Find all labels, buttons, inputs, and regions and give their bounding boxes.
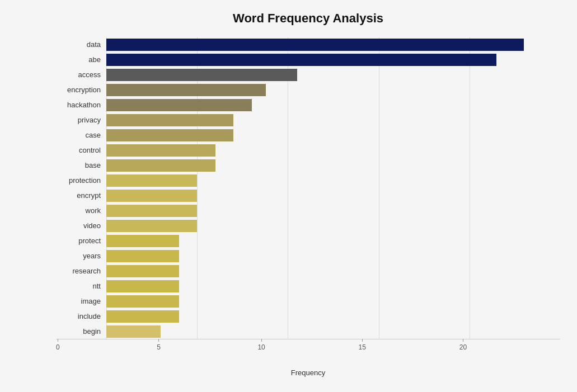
bar-track — [106, 84, 560, 96]
bar-fill — [106, 39, 524, 51]
bar-label: years — [56, 252, 106, 260]
bar-label: encryption — [56, 86, 106, 94]
bar-label: encrypt — [56, 191, 106, 200]
bar-row: begin — [56, 325, 560, 338]
bar-track — [106, 325, 560, 338]
x-tick: 10 — [257, 339, 265, 351]
bar-fill — [106, 190, 197, 202]
bar-track — [106, 205, 560, 217]
bar-track — [106, 99, 560, 111]
tick-label: 5 — [157, 343, 161, 351]
bar-row: encrypt — [56, 190, 560, 202]
bar-label: begin — [56, 327, 106, 336]
bar-track — [106, 295, 560, 308]
bar-fill — [106, 280, 179, 292]
chart-title: Word Frequency Analysis — [56, 11, 560, 26]
bar-label: privacy — [56, 116, 106, 124]
tick-label: 0 — [56, 343, 60, 351]
bar-track — [106, 159, 560, 172]
bar-label: ntt — [56, 282, 106, 290]
bar-track — [106, 310, 560, 323]
bar-label: image — [56, 297, 106, 305]
tick-line — [362, 339, 363, 342]
x-tick: 20 — [459, 339, 467, 351]
bar-track — [106, 114, 560, 126]
bar-fill — [106, 144, 215, 157]
chart-container: Word Frequency Analysis dataabeaccessenc… — [0, 0, 577, 392]
bar-row: privacy — [56, 114, 560, 126]
tick-label: 15 — [359, 343, 366, 351]
bar-track — [106, 265, 560, 277]
bar-label: abe — [56, 55, 106, 64]
bar-label: research — [56, 267, 106, 275]
tick-line — [463, 339, 463, 342]
bar-row: protect — [56, 235, 560, 247]
bar-label: base — [56, 161, 106, 169]
bar-row: case — [56, 129, 560, 141]
bar-fill — [106, 250, 179, 262]
bar-fill — [106, 69, 297, 81]
tick-label: 10 — [257, 343, 265, 351]
bar-track — [106, 250, 560, 262]
bar-fill — [106, 99, 252, 111]
bar-row: image — [56, 295, 560, 308]
bar-row: base — [56, 159, 560, 172]
bar-fill — [106, 310, 179, 323]
bar-row: video — [56, 220, 560, 232]
bar-row: protection — [56, 174, 560, 187]
bar-track — [106, 220, 560, 232]
x-tick: 15 — [359, 339, 366, 351]
bar-fill — [106, 159, 215, 172]
bar-label: hackathon — [56, 101, 106, 109]
bar-fill — [106, 205, 197, 217]
x-axis: 05101520 Frequency — [56, 339, 560, 361]
x-tick: 5 — [157, 339, 161, 351]
bar-label: control — [56, 146, 106, 154]
tick-line — [261, 339, 262, 342]
bar-track — [106, 54, 560, 66]
bar-track — [106, 69, 560, 81]
bars-wrapper: dataabeaccessencryptionhackathonprivacyc… — [56, 37, 560, 339]
bar-fill — [106, 84, 266, 96]
bar-row: access — [56, 69, 560, 81]
bar-fill — [106, 129, 233, 141]
bar-row: research — [56, 265, 560, 277]
bar-fill — [106, 114, 233, 126]
x-axis-title: Frequency — [56, 369, 560, 377]
chart-area: dataabeaccessencryptionhackathonprivacyc… — [56, 37, 560, 361]
bar-label: protect — [56, 237, 106, 245]
bar-label: access — [56, 70, 106, 79]
bar-label: case — [56, 131, 106, 139]
bar-fill — [106, 265, 179, 277]
bar-track — [106, 190, 560, 202]
bar-row: control — [56, 144, 560, 157]
bar-row: abe — [56, 54, 560, 66]
bar-label: video — [56, 221, 106, 230]
bar-label: include — [56, 312, 106, 320]
bar-row: data — [56, 39, 560, 51]
tick-label: 20 — [459, 343, 467, 351]
x-ticks-container: 05101520 — [56, 339, 560, 361]
bar-label: work — [56, 206, 106, 215]
bar-track — [106, 129, 560, 141]
bar-track — [106, 174, 560, 187]
bar-row: encryption — [56, 84, 560, 96]
bar-fill — [106, 325, 161, 338]
bar-fill — [106, 295, 179, 308]
tick-line — [58, 339, 58, 342]
bar-row: hackathon — [56, 99, 560, 111]
bar-fill — [106, 174, 197, 187]
bar-track — [106, 39, 560, 51]
bar-label: protection — [56, 176, 106, 185]
bar-row: work — [56, 205, 560, 217]
bar-fill — [106, 54, 496, 66]
bar-row: include — [56, 310, 560, 323]
bar-row: ntt — [56, 280, 560, 292]
tick-line — [158, 339, 159, 342]
bar-track — [106, 144, 560, 157]
bar-label: data — [56, 40, 106, 49]
bar-track — [106, 235, 560, 247]
bar-row: years — [56, 250, 560, 262]
bar-fill — [106, 235, 179, 247]
bar-fill — [106, 220, 197, 232]
